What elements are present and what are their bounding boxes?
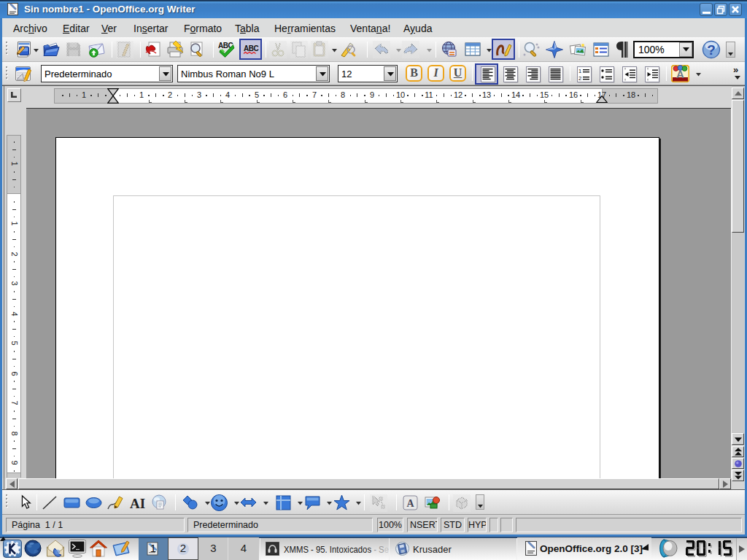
svg-text:2: 2 [578,75,581,82]
svg-text:A: A [676,68,684,80]
svg-text:?: ? [707,42,716,58]
svg-text:1: 1 [578,68,581,74]
svg-text:ABC: ABC [244,44,258,52]
svg-text:A: A [407,498,415,509]
